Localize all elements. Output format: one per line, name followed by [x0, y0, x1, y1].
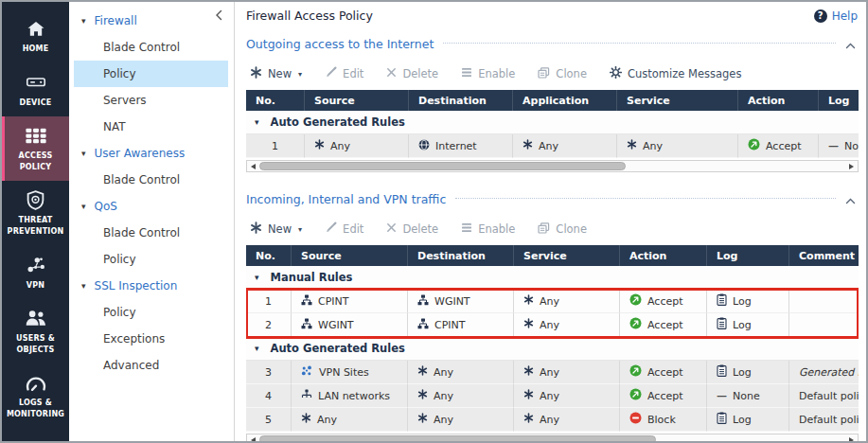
clone-button[interactable]: Clone	[538, 222, 587, 237]
cell-destination: Any	[408, 384, 514, 408]
tree-item-user-awareness-blade-control[interactable]: Blade Control	[74, 167, 228, 193]
table-row[interactable]: 1AnyInternetAnyAnyAccept—Non	[246, 134, 859, 158]
tree-section-label: SSL Inspection	[95, 279, 178, 292]
nav-item-device[interactable]: DEVICE	[2, 63, 69, 117]
cell-destination: Any	[408, 361, 514, 384]
page-title: Firewall Access Policy	[246, 9, 373, 23]
column-header-comment[interactable]: Comment	[789, 245, 859, 266]
chevron-left-icon[interactable]	[215, 7, 222, 25]
help-link[interactable]: ? Help	[814, 9, 858, 23]
column-header-log[interactable]: Log	[707, 245, 789, 266]
tree-item-qos-blade-control[interactable]: Blade Control	[74, 220, 228, 246]
column-header-source[interactable]: Source	[292, 245, 408, 266]
delete-button[interactable]: Delete	[386, 67, 438, 80]
highlighted-rules: 1CPINTWGINTAnyAcceptLog2WGINTCPINTAnyAcc…	[246, 290, 859, 337]
new-button[interactable]: New▾	[250, 222, 302, 237]
column-header-no[interactable]: No.	[246, 90, 305, 111]
nav-item-access-policy[interactable]: ACCESS POLICY	[2, 116, 69, 181]
table-row[interactable]: 5AnyAnyAnyBlockLogDefault polic	[246, 408, 859, 432]
group-row-manual-rules[interactable]: ▾Manual Rules	[246, 266, 859, 290]
cell-text: Any	[540, 366, 559, 379]
column-header-service[interactable]: Service	[617, 90, 738, 111]
tree-item-qos-policy[interactable]: Policy	[74, 246, 228, 273]
chevron-up-icon[interactable]	[845, 190, 856, 208]
chevron-down-icon: ▾	[298, 225, 302, 234]
leader-line	[443, 43, 836, 44]
any-icon	[523, 389, 534, 402]
delete-icon	[386, 67, 397, 80]
tree-item-ssl-inspection-exceptions[interactable]: Exceptions	[74, 326, 228, 352]
nav-item-threat-prevention[interactable]: THREAT PREVENTION	[2, 181, 69, 245]
tree-item-firewall-blade-control[interactable]: Blade Control	[74, 34, 228, 61]
customize-messages-button[interactable]: Customize Messages	[610, 66, 741, 81]
column-header-action[interactable]: Action	[738, 90, 819, 111]
scroll-left-arrow[interactable]	[251, 437, 256, 441]
any-icon	[523, 413, 534, 426]
table-row[interactable]: 3VPN SitesAnyAnyAcceptLogGenerated ru	[246, 361, 859, 384]
edit-button[interactable]: Edit	[325, 222, 363, 237]
column-header-log[interactable]: Log	[819, 90, 859, 111]
column-header-application[interactable]: Application	[513, 90, 617, 111]
enable-button[interactable]: Enable	[461, 67, 515, 80]
group-row-auto-generated-rules[interactable]: ▾Auto Generated Rules	[246, 111, 859, 134]
cell-no: 1	[246, 290, 292, 313]
table-row[interactable]: 2WGINTCPINTAnyAcceptLog	[246, 313, 859, 337]
column-header-destination[interactable]: Destination	[408, 245, 514, 266]
scroll-left-arrow[interactable]	[251, 164, 256, 169]
scroll-right-arrow[interactable]	[849, 164, 854, 169]
table-row[interactable]: 1CPINTWGINTAnyAcceptLog	[246, 290, 859, 313]
cell-no: 4	[246, 384, 292, 408]
nav-item-users-objects[interactable]: USERS & OBJECTS	[2, 299, 69, 363]
column-header-action[interactable]: Action	[620, 245, 707, 266]
tree-section-user-awareness[interactable]: ▾User Awareness	[69, 140, 234, 167]
users-icon	[25, 309, 47, 328]
toolbar: New▾EditDeleteEnableClone	[246, 214, 858, 245]
scrollbar-thumb[interactable]	[259, 435, 656, 441]
new-button[interactable]: New▾	[250, 66, 302, 81]
section-header-incoming-internal-and-vpn-traffic[interactable]: Incoming, Internal and VPN traffic	[246, 186, 858, 214]
left-nav: HOMEDEVICEACCESS POLICYTHREAT PREVENTION…	[2, 2, 69, 441]
tree-section-qos[interactable]: ▾QoS	[69, 193, 234, 220]
cell-source: WGINT	[292, 313, 408, 337]
new-icon	[250, 222, 262, 237]
tree-item-firewall-nat[interactable]: NAT	[74, 114, 228, 140]
network-icon	[417, 318, 429, 332]
tree-item-ssl-inspection-policy[interactable]: Policy	[74, 299, 228, 326]
scroll-right-arrow[interactable]	[849, 437, 854, 441]
column-header-source[interactable]: Source	[305, 90, 409, 111]
chevron-up-icon[interactable]	[845, 35, 856, 53]
horizontal-scrollbar[interactable]	[246, 160, 859, 172]
main-content: Firewall Access Policy ? Help Outgoing a…	[235, 2, 866, 441]
nav-item-logs-monitoring[interactable]: LOGS & MONITORING	[2, 363, 69, 428]
delete-button[interactable]: Delete	[386, 222, 438, 236]
column-header-destination[interactable]: Destination	[409, 90, 513, 111]
network-icon	[301, 318, 312, 332]
tree-item-ssl-inspection-advanced[interactable]: Advanced	[74, 352, 228, 379]
edit-button[interactable]: Edit	[325, 66, 363, 81]
cell-text: WGINT	[434, 295, 470, 308]
nav-item-vpn[interactable]: VPN	[2, 246, 69, 300]
cell-text: None	[733, 390, 760, 402]
table-row[interactable]: 4LAN networksAnyAnyAccept—NoneDefault po…	[246, 384, 859, 408]
section-header-outgoing-access-to-the-internet[interactable]: Outgoing access to the Internet	[246, 30, 858, 59]
enable-button[interactable]: Enable	[461, 222, 515, 236]
group-row-auto-generated-rules[interactable]: ▾Auto Generated Rules	[246, 337, 859, 361]
horizontal-scrollbar[interactable]	[246, 434, 859, 441]
clone-button[interactable]: Clone	[538, 67, 587, 81]
group-label: Manual Rules	[271, 271, 353, 284]
cell-source: Any	[292, 408, 408, 432]
tree-section-ssl-inspection[interactable]: ▾SSL Inspection	[69, 273, 234, 299]
nav-item-home[interactable]: HOME	[2, 9, 69, 63]
column-header-service[interactable]: Service	[514, 245, 620, 266]
cell-service: Any	[514, 384, 620, 408]
scrollbar-thumb[interactable]	[259, 162, 626, 170]
tree-item-firewall-policy[interactable]: Policy	[74, 61, 228, 87]
chevron-down-icon: ▾	[255, 117, 259, 127]
button-label: New	[268, 222, 292, 236]
tree-item-firewall-servers[interactable]: Servers	[74, 87, 228, 114]
cell-comment: Generated ru	[789, 361, 859, 384]
accept-icon	[629, 317, 642, 332]
cell-text: Accept	[647, 390, 683, 402]
tree-section-firewall[interactable]: ▾Firewall	[69, 8, 234, 34]
column-header-no[interactable]: No.	[246, 245, 292, 266]
